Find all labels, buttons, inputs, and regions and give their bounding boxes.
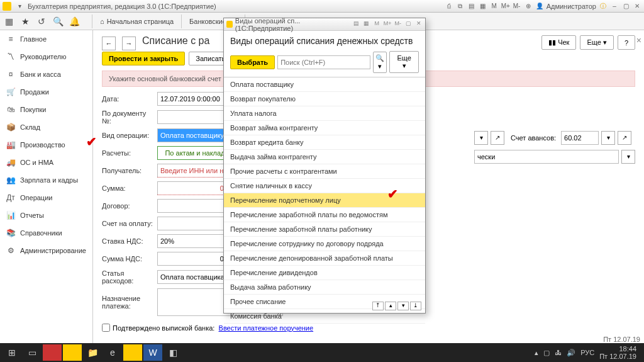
user-name[interactable]: Администратор: [547, 3, 596, 10]
vat-rate-input[interactable]: [157, 234, 233, 248]
tab-home[interactable]: ⌂Начальная страница: [92, 14, 182, 28]
print-icon[interactable]: ⎙: [445, 2, 453, 11]
modal-search-input[interactable]: [277, 55, 370, 69]
task-explorer-icon[interactable]: 📁: [83, 344, 102, 361]
sidebar-item-purchases[interactable]: 🛍Покупки: [0, 101, 92, 118]
modal-cal-icon[interactable]: ▦: [363, 20, 371, 29]
back-icon[interactable]: ⊕: [524, 2, 533, 11]
modal-list-row[interactable]: Перечисление сотруднику по договору подр…: [224, 237, 425, 251]
enter-payment-link[interactable]: Ввести платежное поручение: [219, 324, 314, 332]
modal-list-row[interactable]: Перечисление дивидендов: [224, 266, 425, 280]
sidebar-item-manager[interactable]: 〽Руководителю: [0, 48, 92, 65]
modal-list-row[interactable]: Перечисление заработной платы по ведомос…: [224, 208, 425, 222]
picker-2[interactable]: ▾: [601, 131, 615, 145]
calendar-icon[interactable]: ▦: [479, 2, 487, 11]
star-icon[interactable]: ★: [20, 16, 30, 26]
confirmed-checkbox[interactable]: [102, 324, 110, 332]
task-1c-icon[interactable]: [123, 344, 142, 361]
tray-vol-icon[interactable]: 🔊: [567, 349, 575, 357]
contract-input[interactable]: [157, 199, 233, 213]
docnum-input[interactable]: [157, 110, 233, 124]
picker-3[interactable]: ▾: [621, 150, 635, 164]
maximize-icon[interactable]: ▢: [621, 2, 630, 11]
select-button[interactable]: Выбрать: [230, 55, 275, 69]
tray-net-icon[interactable]: 🖧: [555, 349, 562, 356]
modal-find-button[interactable]: 🔍▾: [373, 52, 387, 73]
sidebar-item-salary[interactable]: 👥Зарплата и кадры: [0, 171, 92, 189]
modal-list-row[interactable]: Перечисление депонированной заработной п…: [224, 251, 425, 266]
page-close-icon[interactable]: ×: [636, 35, 641, 45]
sidebar-item-os[interactable]: 🚚ОС и НМА: [0, 154, 92, 171]
sidebar-item-production[interactable]: 🏭Производство: [0, 136, 92, 154]
advance-input[interactable]: [561, 131, 599, 145]
m-plus-icon[interactable]: M+: [501, 2, 510, 11]
nav-back[interactable]: ←: [102, 37, 116, 50]
minimize-icon[interactable]: –: [610, 2, 619, 11]
list-down-icon[interactable]: ▾: [397, 302, 409, 310]
modal-m[interactable]: M: [373, 20, 381, 29]
tray-action-icon[interactable]: ▢: [543, 349, 550, 357]
sidebar-item-bank[interactable]: ¤Банк и касса: [0, 65, 92, 83]
modal-max-icon[interactable]: ▢: [404, 20, 413, 29]
task-word-icon[interactable]: W: [143, 344, 162, 361]
close-icon[interactable]: ✕: [633, 2, 641, 11]
tray-up-icon[interactable]: ▴: [535, 349, 538, 357]
picker-1[interactable]: ▾: [474, 131, 488, 145]
sidebar-item-reports[interactable]: 📊Отчеты: [0, 206, 92, 224]
auto-input[interactable]: [474, 150, 619, 164]
modal-list-row[interactable]: Возврат займа контрагенту: [224, 121, 425, 135]
start-button[interactable]: ⊞: [3, 344, 21, 361]
account-input[interactable]: [157, 217, 233, 230]
modal-close-icon[interactable]: ✕: [415, 20, 423, 29]
info-icon[interactable]: ⓘ: [599, 2, 608, 11]
task-app-2[interactable]: [63, 344, 82, 361]
bell-icon[interactable]: 🔔: [69, 16, 79, 26]
open-1[interactable]: ↗: [491, 131, 504, 145]
more-button[interactable]: Еще ▾: [580, 35, 613, 50]
modal-list-row[interactable]: Возврат покупателю: [224, 92, 425, 106]
sidebar-item-operations[interactable]: ДтОперации: [0, 189, 92, 206]
copy-icon[interactable]: ⧉: [456, 2, 465, 11]
calc-icon[interactable]: ▤: [467, 2, 476, 11]
modal-list-row[interactable]: Выдача займа работнику: [224, 280, 425, 295]
check-button[interactable]: ▮▮ Чек: [541, 35, 576, 50]
sidebar-item-sales[interactable]: 🛒Продажи: [0, 83, 92, 101]
optype-input[interactable]: [157, 128, 233, 142]
sidebar-item-admin[interactable]: ⚙Администрирование: [0, 242, 92, 259]
expense-input[interactable]: [157, 270, 233, 284]
modal-list-row[interactable]: Возврат кредита банку: [224, 135, 425, 150]
modal-more-button[interactable]: Еще ▾: [389, 51, 419, 73]
modal-list-row[interactable]: Прочие расчеты с контрагентами: [224, 164, 425, 179]
taskview-icon[interactable]: ▭: [23, 344, 42, 361]
apps-icon[interactable]: ▦: [4, 16, 14, 26]
m-icon[interactable]: M: [490, 2, 499, 11]
modal-list-row[interactable]: Выдача займа контрагенту: [224, 150, 425, 164]
sum-input[interactable]: [157, 181, 233, 195]
task-generic-icon[interactable]: ◧: [164, 344, 182, 361]
date-input[interactable]: [157, 92, 233, 106]
modal-list-row[interactable]: Оплата поставщику: [224, 77, 425, 92]
m-minus-icon[interactable]: M-: [513, 2, 521, 11]
calc-input[interactable]: [157, 146, 233, 160]
vat-sum-input[interactable]: [157, 252, 233, 266]
list-up-icon[interactable]: ▴: [385, 302, 396, 310]
recipient-input[interactable]: [157, 164, 233, 178]
list-bottom-icon[interactable]: ⤓: [410, 302, 421, 310]
modal-list-row[interactable]: Уплата налога: [224, 106, 425, 121]
sidebar-item-main[interactable]: ≡Главное: [0, 30, 92, 48]
open-2[interactable]: ↗: [618, 131, 631, 145]
help-button[interactable]: ?: [618, 35, 635, 50]
modal-list-row[interactable]: Комиссия банка: [224, 309, 425, 324]
dropdown-icon[interactable]: ▾: [15, 2, 24, 11]
modal-m-plus[interactable]: M+: [384, 20, 392, 29]
history-icon[interactable]: ↺: [36, 16, 47, 26]
tray-lang[interactable]: РУС: [580, 349, 594, 356]
modal-titlebar[interactable]: Виды операций сп... (1С:Предприятие) ▤ ▦…: [224, 18, 425, 31]
list-top-icon[interactable]: ⤒: [372, 302, 384, 310]
search-icon[interactable]: 🔍: [53, 16, 63, 26]
task-ie-icon[interactable]: e: [103, 344, 122, 361]
modal-m-minus[interactable]: M-: [394, 20, 402, 29]
modal-calc-icon[interactable]: ▤: [352, 20, 360, 29]
sidebar-item-refs[interactable]: 📚Справочники: [0, 224, 92, 242]
modal-list-row[interactable]: Перечисление заработной платы работнику: [224, 222, 425, 237]
